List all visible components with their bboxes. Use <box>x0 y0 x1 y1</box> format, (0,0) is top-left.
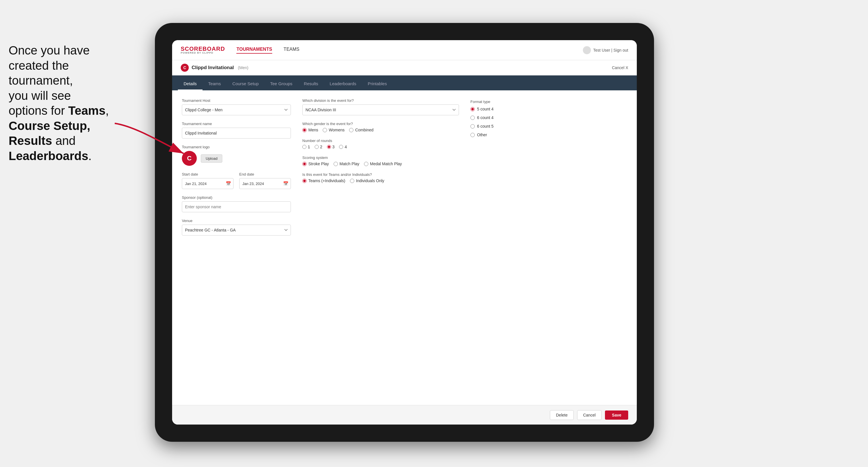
tab-teams[interactable]: Teams <box>203 78 227 90</box>
nav-link-teams[interactable]: TEAMS <box>284 47 300 54</box>
gender-mens[interactable]: Mens <box>302 128 318 132</box>
rounds-group: Number of rounds 1 2 <box>302 138 459 149</box>
scoring-stroke-play[interactable]: Stroke Play <box>302 161 329 166</box>
save-button[interactable]: Save <box>605 410 628 420</box>
format-5count4-radio[interactable] <box>470 107 475 111</box>
cancel-button-top[interactable]: Cancel X <box>612 65 628 70</box>
round-4[interactable]: 4 <box>339 145 347 149</box>
round-2-radio[interactable] <box>315 145 319 149</box>
tab-leaderboards[interactable]: Leaderboards <box>324 78 362 90</box>
gender-radio-group: Mens Womens Combined <box>302 128 459 132</box>
round-2[interactable]: 2 <box>315 145 322 149</box>
host-select[interactable]: Clippd College - Men <box>182 104 291 115</box>
scoring-radio-group: Stroke Play Match Play Medal Match Play <box>302 161 459 166</box>
individuals-only[interactable]: Individuals Only <box>350 179 384 183</box>
main-content: Tournament Host Clippd College - Men Tou… <box>172 90 637 405</box>
name-group: Tournament name <box>182 122 291 138</box>
nav-left: SCOREBOARD Powered by clippd TOURNAMENTS… <box>181 46 300 54</box>
logo-text: SCOREBOARD Powered by clippd <box>181 46 225 54</box>
tournament-icon: C <box>181 64 189 72</box>
tournament-header: C Clippd Invitational (Men) Cancel X <box>172 60 637 75</box>
end-date-input[interactable] <box>239 178 291 189</box>
name-input[interactable] <box>182 128 291 138</box>
gender-mens-radio[interactable] <box>302 128 307 132</box>
form-grid: Tournament Host Clippd College - Men Tou… <box>182 98 627 242</box>
venue-group: Venue Peachtree GC - Atlanta - GA <box>182 219 291 236</box>
start-date-group: Start date 📅 <box>182 172 234 189</box>
form-col-1: Tournament Host Clippd College - Men Tou… <box>182 98 291 242</box>
scoring-medal-match[interactable]: Medal Match Play <box>364 161 402 166</box>
tab-details[interactable]: Details <box>178 78 203 90</box>
nav-links: TOURNAMENTS TEAMS <box>236 47 299 54</box>
division-select[interactable]: NCAA Division III <box>302 104 459 115</box>
round-4-radio[interactable] <box>339 145 343 149</box>
teams-plus-radio[interactable] <box>302 179 307 183</box>
tournament-name: Clippd Invitational <box>192 65 234 70</box>
round-3-radio[interactable] <box>327 145 331 149</box>
tournament-title-row: C Clippd Invitational (Men) <box>181 64 248 72</box>
logo-preview: C <box>182 151 197 166</box>
tablet-device: SCOREBOARD Powered by clippd TOURNAMENTS… <box>155 23 654 442</box>
tab-printables[interactable]: Printables <box>362 78 393 90</box>
round-1[interactable]: 1 <box>302 145 310 149</box>
date-row: Start date 📅 End date 📅 <box>182 172 291 189</box>
gender-combined[interactable]: Combined <box>349 128 373 132</box>
upload-button[interactable]: Upload <box>201 154 222 163</box>
format-group: Format type 5 count 4 6 count 4 6 count … <box>470 99 627 141</box>
tab-bar: Details Teams Course Setup Tee Groups Re… <box>172 75 637 90</box>
form-col-2: Which division is the event for? NCAA Di… <box>302 98 459 242</box>
start-date-label: Start date <box>182 172 234 177</box>
user-text[interactable]: Test User | Sign out <box>593 48 628 53</box>
end-date-group: End date 📅 <box>239 172 291 189</box>
end-date-label: End date <box>239 172 291 177</box>
host-label: Tournament Host <box>182 98 291 103</box>
name-label: Tournament name <box>182 122 291 126</box>
tab-course-setup[interactable]: Course Setup <box>227 78 265 90</box>
tab-tee-groups[interactable]: Tee Groups <box>265 78 298 90</box>
sponsor-group: Sponsor (optional) <box>182 195 291 212</box>
teams-group: Is this event for Teams and/or Individua… <box>302 173 459 183</box>
footer-bar: Delete Cancel Save <box>172 405 637 425</box>
teams-radio-group: Teams (+Individuals) Individuals Only <box>302 179 459 183</box>
gender-label: Which gender is the event for? <box>302 122 459 126</box>
scoring-group: Scoring system Stroke Play Match Play <box>302 155 459 166</box>
nav-link-tournaments[interactable]: TOURNAMENTS <box>236 47 272 54</box>
division-group: Which division is the event for? NCAA Di… <box>302 98 459 115</box>
sponsor-input[interactable] <box>182 201 291 212</box>
round-1-radio[interactable] <box>302 145 306 149</box>
round-3[interactable]: 3 <box>327 145 335 149</box>
logo-group: Tournament logo C Upload <box>182 145 291 166</box>
sponsor-label: Sponsor (optional) <box>182 195 291 200</box>
scoring-match-play[interactable]: Match Play <box>334 161 360 166</box>
format-6count5-radio[interactable] <box>470 124 475 128</box>
host-group: Tournament Host Clippd College - Men <box>182 98 291 115</box>
end-date-wrap: 📅 <box>239 178 291 189</box>
venue-select[interactable]: Peachtree GC - Atlanta - GA <box>182 225 291 236</box>
format-6count5[interactable]: 6 count 5 <box>470 124 627 128</box>
tablet-screen: SCOREBOARD Powered by clippd TOURNAMENTS… <box>172 40 637 425</box>
logo-upload-area: C Upload <box>182 151 291 166</box>
individuals-only-radio[interactable] <box>350 179 354 183</box>
cancel-button-footer[interactable]: Cancel <box>577 410 602 420</box>
logo-area: SCOREBOARD Powered by clippd <box>181 46 225 54</box>
scoring-label: Scoring system <box>302 155 459 160</box>
format-5count4[interactable]: 5 count 4 <box>470 107 627 111</box>
delete-button[interactable]: Delete <box>550 410 574 420</box>
tab-results[interactable]: Results <box>298 78 324 90</box>
scoring-medal-radio[interactable] <box>364 162 368 166</box>
rounds-radio-group: 1 2 3 4 <box>302 145 459 149</box>
scoring-stroke-radio[interactable] <box>302 162 307 166</box>
teams-plus-individuals[interactable]: Teams (+Individuals) <box>302 179 345 183</box>
gender-womens-radio[interactable] <box>323 128 327 132</box>
gender-combined-radio[interactable] <box>349 128 353 132</box>
scoring-match-radio[interactable] <box>334 162 338 166</box>
format-6count4[interactable]: 6 count 4 <box>470 115 627 120</box>
format-other-radio[interactable] <box>470 133 475 137</box>
format-other[interactable]: Other <box>470 132 627 137</box>
format-label: Format type <box>470 99 627 104</box>
format-6count4-radio[interactable] <box>470 116 475 120</box>
rounds-label: Number of rounds <box>302 138 459 143</box>
gender-womens[interactable]: Womens <box>323 128 344 132</box>
start-date-input[interactable] <box>182 178 234 189</box>
user-area: Test User | Sign out <box>583 46 628 54</box>
